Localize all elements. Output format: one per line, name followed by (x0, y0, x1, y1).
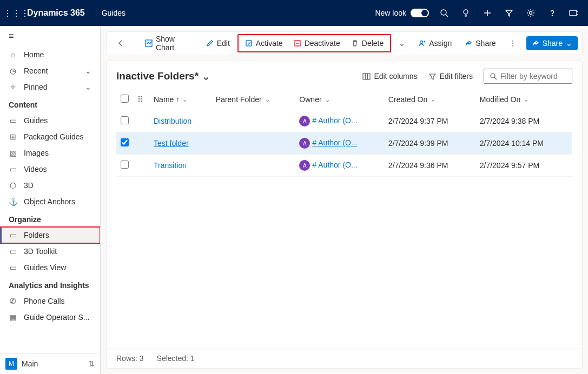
show-chart-button[interactable]: Show Chart (140, 31, 199, 55)
sidebar-item-label: Guide Operator S... (24, 313, 89, 322)
funnel-icon[interactable] (498, 0, 520, 26)
name-link[interactable]: Transition (154, 161, 187, 170)
modified-cell: 2/7/2024 9:38 PM (475, 110, 572, 132)
new-look-toggle[interactable]: New look (375, 9, 429, 17)
col-hierarchy[interactable]: ⠿ (133, 90, 149, 110)
plus-icon[interactable] (477, 0, 498, 26)
app-launcher-icon[interactable]: ⋮⋮⋮ (3, 8, 25, 18)
sidebar-item-images[interactable]: ▧Images (0, 145, 100, 161)
sidebar-item-3d[interactable]: ⬡3D (0, 177, 100, 193)
sidebar-item-packaged-guides[interactable]: ⊞Packaged Guides (0, 129, 100, 145)
sidebar-item-object-anchors[interactable]: ⚓Object Anchors (0, 193, 100, 210)
row-checkbox[interactable] (121, 116, 129, 124)
share-button[interactable]: Share (459, 36, 501, 51)
area-label: Main (22, 359, 38, 368)
share-primary-button[interactable]: Share ⌄ (526, 36, 578, 50)
sidebar-item-guides-view[interactable]: ▭Guides View (0, 259, 100, 276)
hamburger-icon[interactable]: ≡ (0, 26, 100, 46)
chevron-down-icon: ⌄ (566, 39, 572, 48)
col-name[interactable]: Name ↑⌄ (149, 90, 212, 110)
table-row[interactable]: Distribution A# Author (O... 2/7/2024 9:… (116, 110, 572, 132)
col-parent[interactable]: Parent Folder⌄ (212, 90, 295, 110)
filter-keyword-field[interactable] (500, 72, 566, 81)
back-button[interactable] (111, 36, 130, 51)
assistant-icon[interactable] (563, 0, 585, 26)
sidebar-item-home[interactable]: ⌂ Home (0, 46, 100, 63)
sidebar-item-label: Folders (24, 231, 49, 239)
sidebar-item-label: Recent (24, 66, 48, 75)
col-created[interactable]: Created On⌄ (384, 90, 475, 110)
row-checkbox[interactable] (121, 161, 129, 169)
chevron-down-icon: ⌄ (265, 96, 270, 103)
edit-columns-button[interactable]: Edit columns (357, 69, 422, 84)
activate-button[interactable]: Activate (240, 36, 288, 51)
svg-point-2 (464, 10, 468, 14)
svg-line-1 (446, 15, 448, 17)
search-icon[interactable] (433, 0, 455, 26)
app-name-label: Guides (102, 9, 125, 17)
chevron-down-icon: ⌄ (524, 96, 528, 103)
sidebar-item-guide-operator[interactable]: ▤Guide Operator S... (0, 309, 100, 325)
table-row[interactable]: Test folder A# Author (O... 2/7/2024 9:3… (116, 132, 572, 155)
sidebar-item-label: Pinned (24, 83, 48, 91)
overflow-chevron[interactable]: ⌄ (393, 36, 411, 51)
more-commands-icon[interactable]: ⋮ (504, 36, 522, 51)
owner-link[interactable]: # Author (O... (312, 161, 357, 169)
view-title[interactable]: Inactive Folders* ⌄ (116, 70, 210, 83)
help-icon[interactable] (541, 0, 563, 26)
col-modified[interactable]: Modified On⌄ (475, 90, 572, 110)
sidebar-item-videos[interactable]: ▭Videos (0, 161, 100, 177)
chevron-down-icon: ⌄ (202, 70, 210, 83)
share-icon (532, 39, 539, 47)
assign-button[interactable]: Assign (413, 36, 457, 51)
tool-label: Edit filters (440, 72, 473, 81)
svg-point-9 (552, 15, 552, 16)
toggle-icon[interactable] (411, 9, 429, 17)
name-link[interactable]: Distribution (154, 117, 191, 125)
edit-button[interactable]: Edit (201, 36, 235, 51)
edit-filters-button[interactable]: Edit filters (423, 69, 478, 84)
phone-icon: ✆ (9, 297, 17, 305)
gear-icon[interactable] (520, 0, 541, 26)
chart-icon: ▤ (9, 313, 17, 322)
pin-icon: ✧ (9, 83, 17, 91)
select-all-checkbox[interactable] (121, 95, 129, 103)
command-bar: Show Chart Edit Activate Deactivate (106, 31, 583, 55)
col-select-all[interactable] (116, 90, 133, 110)
delete-button[interactable]: Delete (346, 36, 389, 51)
filter-keyword-input[interactable] (484, 69, 572, 84)
table-row[interactable]: Transition A# Author (O... 2/7/2024 9:36… (116, 155, 572, 177)
updown-icon: ⇅ (88, 359, 95, 368)
lightbulb-icon[interactable] (455, 0, 477, 26)
cmd-label: Share (475, 39, 495, 48)
cube-icon: ⬡ (9, 181, 17, 190)
sidebar-item-label: Videos (24, 165, 47, 173)
person-icon (418, 39, 426, 47)
anchor-icon: ⚓ (9, 197, 17, 206)
sidebar-item-folders[interactable]: ▭Folders (0, 227, 100, 243)
sidebar-item-recent[interactable]: ◷ Recent ⌄ (0, 63, 100, 79)
sidebar-item-pinned[interactable]: ✧ Pinned ⌄ (0, 79, 100, 95)
svg-marker-21 (430, 74, 435, 79)
deactivate-button[interactable]: Deactivate (288, 36, 346, 51)
sidebar-item-label: Object Anchors (24, 197, 75, 206)
sidebar-item-phone-calls[interactable]: ✆Phone Calls (0, 293, 100, 309)
col-owner[interactable]: Owner⌄ (295, 90, 384, 110)
owner-link[interactable]: # Author (O... (312, 116, 357, 125)
columns-icon (362, 72, 371, 81)
svg-point-22 (491, 74, 495, 78)
col-label: Modified On (480, 95, 520, 104)
name-link[interactable]: Test folder (154, 139, 189, 148)
sidebar-item-label: Phone Calls (24, 297, 65, 305)
sidebar-item-label: Images (24, 149, 49, 157)
sidebar-footer-area[interactable]: M Main ⇅ (0, 353, 100, 374)
sidebar-item-guides[interactable]: ▭Guides (0, 112, 100, 129)
guide-icon: ▭ (9, 116, 17, 125)
sidebar-item-3d-toolkit[interactable]: ▭3D Toolkit (0, 243, 100, 259)
grid-footer: Rows: 3 Selected: 1 (107, 348, 582, 368)
hierarchy-icon: ⠿ (137, 95, 143, 104)
brand-label: Dynamics 365 (27, 8, 85, 18)
owner-link[interactable]: # Author (O... (312, 138, 357, 147)
activate-icon (245, 39, 253, 47)
row-checkbox[interactable] (121, 138, 129, 146)
